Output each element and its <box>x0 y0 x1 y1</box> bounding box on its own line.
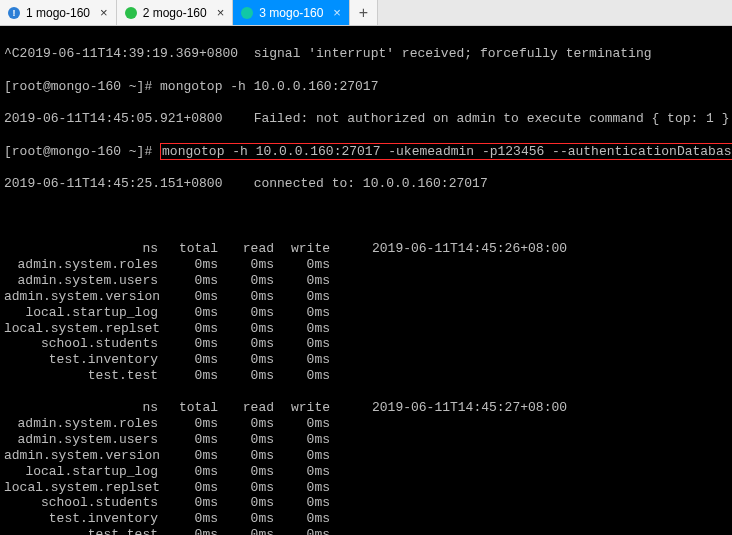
cell-total: 0ms <box>172 480 228 496</box>
cell-empty <box>340 352 372 368</box>
table-row: test.inventory0ms0ms0ms <box>4 511 728 527</box>
table-row: admin.system.version0ms0ms0ms <box>4 448 728 464</box>
cell-empty <box>340 257 372 273</box>
block-timestamp: 2019-06-11T14:45:27+08:00 <box>340 400 567 416</box>
cell-ns: test.test <box>4 527 172 535</box>
cell-total: 0ms <box>172 464 228 480</box>
highlighted-command: mongotop -h 10.0.0.160:27017 -ukemeadmin… <box>160 143 732 160</box>
info-icon: ! <box>8 7 20 19</box>
cell-total: 0ms <box>172 511 228 527</box>
cell-ns: admin.system.users <box>4 273 172 289</box>
cell-read: 0ms <box>228 289 284 305</box>
cell-read: 0ms <box>228 273 284 289</box>
command-line: [root@mongo-160 ~]# mongotop -h 10.0.0.1… <box>4 144 728 160</box>
cell-empty <box>340 480 372 496</box>
table-row: admin.system.roles0ms0ms0ms <box>4 257 728 273</box>
cell-empty <box>340 336 372 352</box>
cell-total: 0ms <box>172 432 228 448</box>
cell-write: 0ms <box>284 464 340 480</box>
cell-ns: admin.system.roles <box>4 416 172 432</box>
output-line: [root@mongo-160 ~]# mongotop -h 10.0.0.1… <box>4 79 728 95</box>
col-write-header: write <box>284 400 340 416</box>
cell-read: 0ms <box>228 495 284 511</box>
cell-ns: admin.system.version <box>4 448 172 464</box>
cell-empty <box>340 321 372 337</box>
cell-empty <box>340 448 372 464</box>
cell-read: 0ms <box>228 368 284 384</box>
tab-3[interactable]: 3 mogo-160 × <box>233 0 350 25</box>
cell-total: 0ms <box>172 289 228 305</box>
cell-ns: local.system.replset <box>4 321 172 337</box>
table-row: local.system.replset0ms0ms0ms <box>4 480 728 496</box>
cell-total: 0ms <box>172 273 228 289</box>
col-ns-header: ns <box>4 241 172 257</box>
cell-empty <box>340 416 372 432</box>
cell-ns: local.startup_log <box>4 305 172 321</box>
cell-total: 0ms <box>172 305 228 321</box>
table-row: admin.system.users0ms0ms0ms <box>4 273 728 289</box>
cell-write: 0ms <box>284 432 340 448</box>
cell-empty <box>340 527 372 535</box>
close-icon[interactable]: × <box>333 6 341 19</box>
cell-total: 0ms <box>172 336 228 352</box>
cell-empty <box>340 495 372 511</box>
cell-write: 0ms <box>284 448 340 464</box>
table-row: local.startup_log0ms0ms0ms <box>4 464 728 480</box>
cell-write: 0ms <box>284 368 340 384</box>
cell-empty <box>340 464 372 480</box>
table-row: school.students0ms0ms0ms <box>4 495 728 511</box>
cell-total: 0ms <box>172 448 228 464</box>
cell-write: 0ms <box>284 305 340 321</box>
terminal-output[interactable]: ^C2019-06-11T14:39:19.369+0800 signal 'i… <box>0 26 732 535</box>
cell-read: 0ms <box>228 416 284 432</box>
cell-ns: local.system.replset <box>4 480 172 496</box>
table-row: test.test0ms0ms0ms <box>4 527 728 535</box>
table-row: local.startup_log0ms0ms0ms <box>4 305 728 321</box>
cell-read: 0ms <box>228 321 284 337</box>
tab-label: 1 mogo-160 <box>26 6 90 20</box>
cell-write: 0ms <box>284 416 340 432</box>
tab-label: 2 mogo-160 <box>143 6 207 20</box>
cell-total: 0ms <box>172 257 228 273</box>
cell-ns: test.test <box>4 368 172 384</box>
cell-ns: test.inventory <box>4 352 172 368</box>
cell-read: 0ms <box>228 480 284 496</box>
tab-1[interactable]: ! 1 mogo-160 × <box>0 0 117 25</box>
mongotop-block: nstotalreadwrite2019-06-11T14:45:26+08:0… <box>4 241 728 384</box>
table-row: school.students0ms0ms0ms <box>4 336 728 352</box>
shell-prompt: [root@mongo-160 ~]# <box>4 144 160 159</box>
close-icon[interactable]: × <box>217 6 225 19</box>
cell-write: 0ms <box>284 527 340 535</box>
cell-total: 0ms <box>172 416 228 432</box>
blank-line <box>4 209 728 225</box>
cell-ns: school.students <box>4 495 172 511</box>
tab-2[interactable]: 2 mogo-160 × <box>117 0 234 25</box>
col-total-header: total <box>172 400 228 416</box>
col-ns-header: ns <box>4 400 172 416</box>
plus-icon: + <box>359 4 368 22</box>
cell-total: 0ms <box>172 495 228 511</box>
table-row: admin.system.users0ms0ms0ms <box>4 432 728 448</box>
cell-empty <box>340 432 372 448</box>
table-row: local.system.replset0ms0ms0ms <box>4 321 728 337</box>
cell-read: 0ms <box>228 305 284 321</box>
cell-empty <box>340 289 372 305</box>
cell-read: 0ms <box>228 432 284 448</box>
cell-ns: school.students <box>4 336 172 352</box>
close-icon[interactable]: × <box>100 6 108 19</box>
cell-empty <box>340 273 372 289</box>
new-tab-button[interactable]: + <box>350 0 378 25</box>
table-row: test.test0ms0ms0ms <box>4 368 728 384</box>
status-dot-icon <box>241 7 253 19</box>
table-row: test.inventory0ms0ms0ms <box>4 352 728 368</box>
status-dot-icon <box>125 7 137 19</box>
cell-ns: test.inventory <box>4 511 172 527</box>
blank-line <box>4 384 728 400</box>
mongotop-block: nstotalreadwrite2019-06-11T14:45:27+08:0… <box>4 400 728 535</box>
cell-empty <box>340 305 372 321</box>
cell-write: 0ms <box>284 289 340 305</box>
col-total-header: total <box>172 241 228 257</box>
tab-bar: ! 1 mogo-160 × 2 mogo-160 × 3 mogo-160 ×… <box>0 0 732 26</box>
col-write-header: write <box>284 241 340 257</box>
cell-write: 0ms <box>284 352 340 368</box>
